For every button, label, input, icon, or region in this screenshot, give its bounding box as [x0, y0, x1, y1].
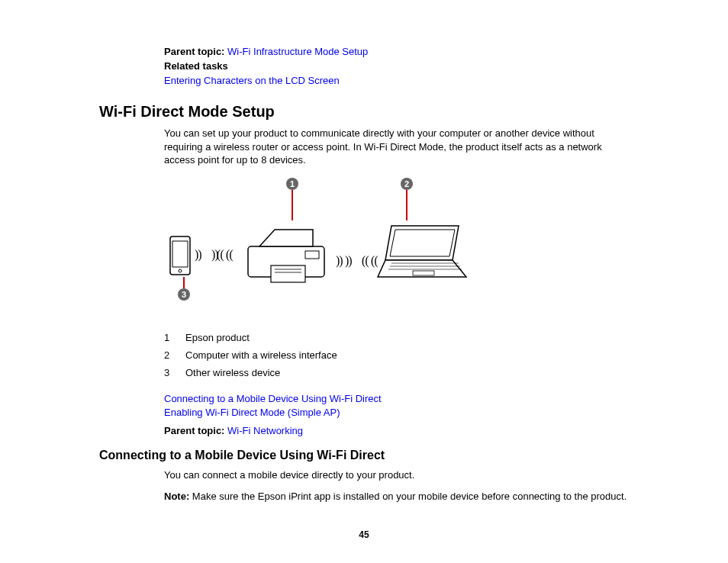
signal-icon: )): [362, 254, 369, 268]
legend-table: 1 Epson product 2 Computer with a wirele…: [164, 329, 345, 381]
page-number: 45: [0, 529, 728, 540]
legend-text: Other wireless device: [185, 364, 345, 381]
parent-topic-link[interactable]: Wi-Fi Infrastructure Mode Setup: [227, 46, 368, 57]
svg-marker-4: [259, 230, 313, 246]
legend-text: Computer with a wireless interface: [185, 346, 345, 364]
smartphone-icon: [169, 235, 192, 277]
table-row: 2 Computer with a wireless interface: [164, 346, 345, 364]
svg-rect-1: [172, 241, 188, 267]
wifi-direct-diagram: 1 2 3 )) )) )) )) )) )) )) )): [164, 178, 485, 315]
table-row: 3 Other wireless device: [164, 364, 345, 381]
callout-badge-3: 3: [178, 288, 190, 301]
section-intro: You can set up your product to communica…: [164, 127, 629, 167]
signal-icon: )): [217, 248, 224, 262]
laptop-icon: [376, 222, 468, 283]
parent-topic-row: Parent topic: Wi-Fi Infrastructure Mode …: [164, 46, 629, 57]
table-row: 1 Epson product: [164, 329, 345, 346]
legend-num: 2: [164, 346, 185, 364]
callout-badge-2: 2: [401, 178, 413, 190]
legend-text: Epson product: [185, 329, 345, 346]
subtopic-link-1[interactable]: Connecting to a Mobile Device Using Wi-F…: [164, 393, 382, 404]
related-task-link[interactable]: Entering Characters on the LCD Screen: [164, 75, 340, 86]
svg-rect-15: [413, 271, 434, 275]
signal-icon: )): [345, 254, 352, 268]
parent-topic-label-2: Parent topic:: [164, 425, 224, 436]
related-tasks-label: Related tasks: [164, 60, 629, 72]
signal-icon: )): [336, 254, 343, 268]
svg-rect-5: [271, 265, 305, 282]
printer-icon: [240, 224, 332, 285]
section-title: Wi-Fi Direct Mode Setup: [99, 103, 629, 121]
svg-marker-10: [390, 230, 455, 256]
note-block: Note: Make sure the Epson iPrint app is …: [164, 490, 629, 503]
subsection-title: Connecting to a Mobile Device Using Wi-F…: [99, 449, 629, 462]
subsection-intro: You can connect a mobile device directly…: [164, 468, 629, 482]
signal-icon: )): [227, 248, 234, 262]
parent-topic-label: Parent topic:: [164, 46, 224, 57]
callout-badge-1: 1: [286, 178, 298, 190]
parent-topic-row-2: Parent topic: Wi-Fi Networking: [164, 425, 629, 436]
subtopic-link-2[interactable]: Enabling Wi-Fi Direct Mode (Simple AP): [164, 407, 340, 418]
legend-num: 3: [164, 364, 185, 381]
note-text: Make sure the Epson iPrint app is instal…: [189, 491, 627, 502]
note-label: Note:: [164, 491, 189, 502]
parent-topic-link-2[interactable]: Wi-Fi Networking: [227, 425, 303, 436]
svg-rect-8: [305, 251, 319, 259]
signal-icon: )): [195, 248, 201, 262]
legend-num: 1: [164, 329, 185, 346]
